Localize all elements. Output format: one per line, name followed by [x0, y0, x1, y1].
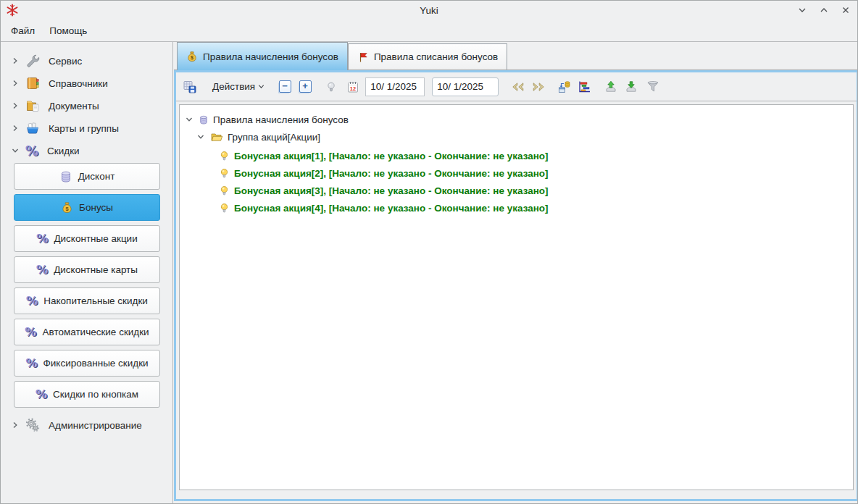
chevron-down-icon: [11, 146, 20, 155]
date-from-input[interactable]: [365, 77, 425, 96]
chevron-down-icon[interactable]: [196, 133, 206, 141]
red-flag-icon: [357, 51, 369, 63]
tree-root-row[interactable]: Правила начисления бонусов: [184, 111, 349, 128]
sidebar-item-references[interactable]: Справочники: [1, 72, 172, 94]
sidebar-button-discount-actions[interactable]: % Дисконтные акции: [14, 225, 160, 252]
sidebar-button-automatic-discounts[interactable]: % Автоматические скидки: [14, 319, 160, 345]
sidebar-button-label: Дисконтные акции: [54, 233, 137, 244]
tab-bonus-accrual-rules[interactable]: $ Правила начисления бонусов: [177, 42, 348, 70]
transfer-icon[interactable]: [555, 77, 574, 96]
save-icon[interactable]: [180, 77, 199, 96]
percent-icon: %: [25, 144, 38, 158]
sidebar-item-discounts[interactable]: % Скидки: [1, 140, 172, 161]
sidebar-button-cumulative-discounts[interactable]: % Накопительные скидки: [14, 287, 160, 314]
percent-icon: %: [36, 388, 47, 400]
actions-label: Действия: [212, 81, 255, 92]
content-frame: Действия − + 12: [174, 70, 858, 501]
window-title: Yuki: [1, 5, 857, 16]
percent-icon: %: [26, 295, 38, 307]
window-controls: [796, 1, 851, 20]
sidebar-item-label: Администрирование: [49, 420, 142, 431]
tree-bonus-action-row[interactable]: Бонусная акция[4], [Начало: не указано -…: [219, 199, 549, 217]
date-to-input[interactable]: [432, 77, 499, 96]
sidebar-item-administration[interactable]: Администрирование: [1, 414, 172, 436]
sidebar-button-label: Дисконт: [78, 171, 115, 182]
database-icon: [199, 114, 209, 125]
sidebar-item-cards-groups[interactable]: Карты и группы: [1, 117, 172, 139]
expand-all-icon[interactable]: +: [296, 77, 315, 96]
tree-bonus-action-row[interactable]: Бонусная акция[2], [Начало: не указано -…: [219, 164, 549, 182]
tab-bonus-writeoff-rules[interactable]: Правила списания бонусов: [348, 43, 507, 70]
export-up-icon[interactable]: [601, 77, 620, 96]
sidebar-button-bonuses[interactable]: $ Бонусы: [14, 194, 160, 221]
sidebar-button-label: Бонусы: [79, 202, 113, 213]
sidebar-item-service[interactable]: Сервис: [1, 50, 172, 72]
tree-item-label: Бонусная акция[1], [Начало: не указано -…: [234, 151, 549, 161]
tab-label: Правила списания бонусов: [374, 51, 498, 62]
sidebar-button-fixed-discounts[interactable]: % Фиксированные скидки: [14, 350, 160, 377]
actions-dropdown[interactable]: Действия: [209, 79, 268, 94]
tab-label: Правила начисления бонусов: [203, 51, 338, 62]
sidebar-button-label: Накопительные скидки: [43, 295, 148, 306]
sidebar-item-label: Карты и группы: [49, 123, 119, 134]
chevron-right-icon: [11, 101, 20, 110]
bulb-icon: [219, 151, 230, 161]
svg-text:$: $: [191, 55, 193, 61]
money-bag-icon: $: [61, 201, 73, 214]
sidebar-button-label: Дисконтные карты: [54, 264, 138, 275]
bonus-rules-tree: Правила начисления бонусов Группа акций[…: [179, 104, 854, 490]
collapse-all-icon[interactable]: −: [275, 77, 294, 96]
import-down-icon[interactable]: [622, 77, 641, 96]
gantt-chart-icon[interactable]: [575, 77, 594, 96]
database-icon: [59, 170, 72, 183]
lamp-icon[interactable]: [322, 77, 341, 96]
tree-root-label: Правила начисления бонусов: [213, 114, 349, 125]
address-book-icon: [25, 76, 40, 91]
filter-icon[interactable]: [644, 77, 662, 96]
app-window: Yuki Файл Помощь Сервис: [0, 0, 858, 504]
tab-bar: $ Правила начисления бонусов Правила спи…: [174, 42, 857, 70]
open-folder-icon: [210, 130, 223, 143]
menu-help[interactable]: Помощь: [42, 22, 94, 39]
tree-item-label: Бонусная акция[4], [Начало: не указано -…: [234, 203, 549, 214]
next-arrows-icon[interactable]: [529, 77, 548, 96]
minimize-icon[interactable]: [796, 4, 808, 16]
chevron-down-icon[interactable]: [184, 115, 194, 124]
chevron-down-icon: [257, 83, 265, 91]
tree-group-label: Группа акций[Акции]: [228, 132, 320, 143]
chevron-right-icon: [11, 79, 20, 88]
sidebar-button-label: Скидки по кнопкам: [53, 389, 138, 400]
sidebar-button-label: Фиксированные скидки: [43, 358, 149, 369]
svg-text:12: 12: [350, 85, 356, 91]
tree-group-row[interactable]: Группа акций[Акции]: [196, 128, 320, 146]
sidebar-item-documents[interactable]: Документы: [1, 95, 172, 117]
tree-bonus-action-row[interactable]: Бонусная акция[3], [Начало: не указано -…: [219, 182, 549, 199]
sidebar-button-discount[interactable]: Дисконт: [14, 163, 160, 190]
bulb-icon: [219, 203, 230, 214]
card-box-icon: [25, 121, 40, 135]
close-icon[interactable]: [840, 4, 851, 16]
calendar-icon[interactable]: 12: [343, 77, 362, 96]
title-bar: Yuki: [1, 1, 857, 20]
gears-icon: [25, 418, 40, 432]
maximize-icon[interactable]: [818, 4, 830, 16]
sidebar-item-label: Документы: [49, 101, 99, 112]
chevron-right-icon: [11, 421, 20, 429]
menu-file[interactable]: Файл: [4, 22, 42, 39]
sidebar: Сервис Справочники: [1, 42, 173, 503]
previous-arrows-icon[interactable]: [509, 77, 528, 96]
sidebar-item-label: Сервис: [49, 56, 82, 67]
percent-icon: %: [36, 264, 48, 276]
chevron-right-icon: [11, 124, 20, 133]
percent-icon: %: [25, 357, 37, 369]
sidebar-button-button-discounts[interactable]: % Скидки по кнопкам: [14, 381, 160, 408]
sidebar-button-discount-cards[interactable]: % Дисконтные карты: [14, 256, 160, 283]
tree-bonus-action-row[interactable]: Бонусная акция[1], [Начало: не указано -…: [219, 147, 549, 164]
sidebar-item-label: Скидки: [47, 146, 80, 156]
sidebar-button-label: Автоматические скидки: [43, 327, 149, 337]
chevron-right-icon: [11, 56, 20, 65]
sidebar-item-label: Справочники: [49, 78, 108, 89]
tree-item-label: Бонусная акция[2], [Начало: не указано -…: [234, 168, 549, 179]
wrench-icon: [25, 54, 40, 68]
percent-icon: %: [25, 326, 36, 338]
